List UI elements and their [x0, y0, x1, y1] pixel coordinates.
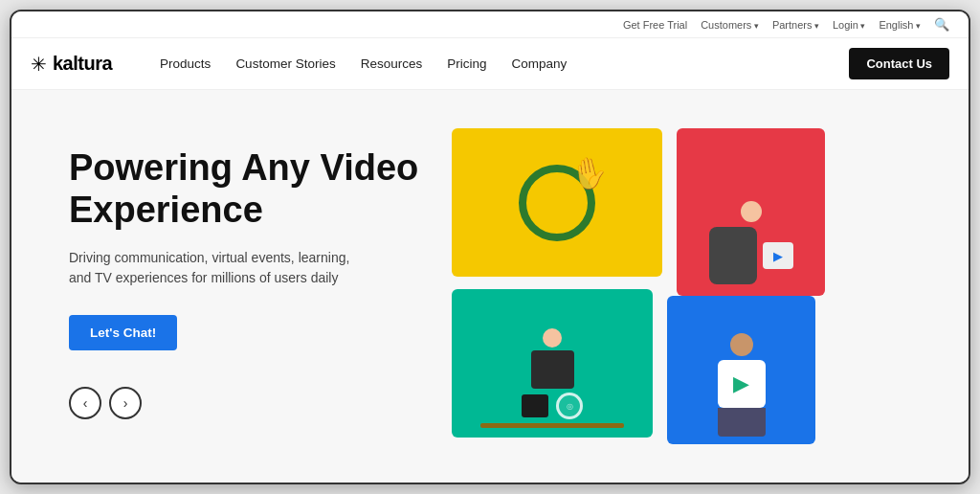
globe-lines: ◎ [567, 402, 573, 411]
logo-text: kaltura [53, 53, 112, 75]
carousel-arrows: ‹ › [69, 387, 433, 419]
login-link[interactable]: Login [833, 19, 865, 31]
logo[interactable]: ✳ kaltura [31, 53, 112, 76]
nav-customer-stories[interactable]: Customer Stories [235, 56, 335, 71]
sitting-person-head [741, 201, 762, 222]
partners-link[interactable]: Partners [772, 19, 819, 31]
nav-pricing[interactable]: Pricing [447, 56, 486, 71]
hero-subtitle: Driving communication, virtual events, l… [69, 248, 356, 288]
circle-drawing: ✋ [519, 165, 595, 241]
teal-card-content: ◎ [480, 289, 624, 438]
hero-section: Powering Any Video Experience Driving co… [11, 90, 969, 483]
hero-card-red: ▶ [677, 128, 825, 296]
circle-drawing-scene: ✋ [519, 165, 595, 241]
search-icon[interactable]: 🔍 [934, 17, 949, 32]
sitting-scene: ▶ [677, 227, 825, 284]
pillow-with-play: ▶ [763, 242, 793, 269]
language-selector[interactable]: English [879, 19, 921, 31]
tshirt-person-head [730, 333, 753, 356]
desk-person-figure [531, 328, 574, 389]
hero-left: Powering Any Video Experience Driving co… [69, 128, 433, 419]
browser-frame: Get Free Trial Customers Partners Login … [10, 10, 970, 484]
tshirt-person-legs [718, 408, 766, 437]
hero-title: Powering Any Video Experience [69, 147, 433, 231]
chair-back [709, 227, 757, 284]
lets-chat-button[interactable]: Let's Chat! [69, 315, 177, 350]
desk-items: ◎ [522, 393, 583, 419]
top-bar-links: Get Free Trial Customers Partners Login … [623, 17, 949, 32]
tshirt-with-play: ▶ [718, 360, 766, 408]
main-nav: ✳ kaltura Products Customer Stories Reso… [11, 38, 969, 90]
desk-person-head [543, 328, 562, 348]
tshirt-person-figure: ▶ [718, 333, 766, 437]
next-arrow-button[interactable]: › [109, 387, 142, 419]
top-utility-bar: Get Free Trial Customers Partners Login … [11, 11, 969, 38]
hero-card-yellow: ✋ [452, 128, 662, 277]
prev-arrow-button[interactable]: ‹ [69, 387, 101, 419]
laptop-icon [522, 394, 548, 417]
red-card-content: ▶ [677, 128, 825, 296]
blue-card-content: ▶ [667, 296, 815, 444]
desk-surface [480, 423, 624, 428]
hero-card-blue: ▶ [667, 296, 815, 444]
nav-resources[interactable]: Resources [361, 56, 423, 71]
contact-us-button[interactable]: Contact Us [849, 48, 949, 79]
get-free-trial-link[interactable]: Get Free Trial [623, 19, 687, 31]
customers-link[interactable]: Customers [701, 19, 759, 31]
yellow-card-content: ✋ [452, 128, 662, 277]
nav-company[interactable]: Company [511, 56, 567, 71]
kaltura-logo-icon: ✳ [31, 53, 47, 76]
play-on-pillow-icon: ▶ [773, 249, 783, 263]
nav-links: Products Customer Stories Resources Pric… [160, 56, 820, 71]
nav-products[interactable]: Products [160, 56, 211, 71]
hand-icon: ✋ [568, 151, 612, 193]
hero-image-grid: ✋ ▶ [452, 128, 930, 454]
play-icon-on-tshirt: ▶ [733, 371, 749, 396]
desk-person-body [531, 350, 574, 389]
hero-card-teal: ◎ [452, 289, 653, 438]
globe-icon: ◎ [556, 393, 583, 419]
